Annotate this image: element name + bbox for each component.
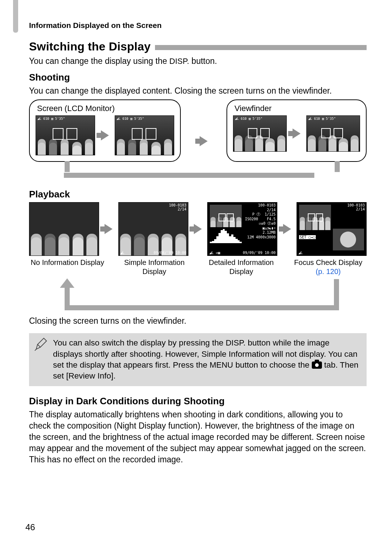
page-ref-link[interactable]: (p. 120) — [316, 267, 341, 275]
section-title-row: Switching the Display — [29, 40, 367, 53]
note-part: You can also switch the display by press… — [53, 338, 226, 347]
pb-thumb-noinfo — [29, 202, 99, 256]
note-part: button to choose the — [233, 360, 311, 369]
disp-label: DISP. — [226, 338, 246, 347]
page-tab — [13, 0, 18, 33]
playback-row: 100-0103 2/14 ◢L 09/08/'09 10:00 100-010… — [29, 202, 367, 256]
shooting-text: You can change the displayed content. Cl… — [29, 85, 367, 97]
connector-stub — [335, 161, 340, 172]
vf-thumb-info: ◢L 610 ▥ 5'35" — [233, 115, 287, 152]
info-text: ◢L — [298, 251, 303, 255]
menu-label: MENU — [209, 360, 233, 369]
disp-label: DISP. — [170, 57, 189, 66]
shooting-row: Screen (LCD Monitor) ◢L 610 ▥ 5'35" ◢L 6… — [29, 99, 367, 162]
caption: No Information Display — [29, 258, 106, 276]
set-badge: SET ▢↔▢ — [299, 235, 316, 239]
arrow-icon — [279, 224, 295, 234]
intro-text: You can change the display using the DIS… — [29, 56, 367, 67]
page-header: Information Displayed on the Screen — [29, 21, 367, 30]
caption: Focus Check Display (p. 120) — [290, 258, 367, 276]
playback-heading: Playback — [29, 189, 367, 200]
caption-text: Focus Check Display — [294, 258, 362, 266]
intro-after: button. — [189, 56, 217, 66]
lcd-thumbs: ◢L 610 ▥ 5'35" ◢L 610 ▥ 5'35" — [36, 115, 174, 155]
info-text: 09/08/'09 10:00 — [154, 251, 186, 255]
viewfinder-label: Viewfinder — [234, 104, 360, 113]
vf-thumb-plain: ◢L 610 ▥ 5'35" — [306, 115, 360, 152]
pb-thumb-detailed: 100-0103 2/14 P ⓕ 1/125 ISO200 F4.5 ☑±0 … — [207, 202, 277, 256]
info-text: 100-0103 2/14 P ⓕ 1/125 ISO200 F4.5 ☑±0 … — [245, 203, 275, 240]
info-text: ◢L ☑▣ — [209, 251, 220, 255]
dark-heading: Display in Dark Conditions during Shooti… — [29, 396, 367, 407]
info-text: 100-0103 2/14 — [347, 203, 365, 211]
note-icon — [34, 338, 48, 382]
pb-thumb-simple: 100-0103 2/14 ◢L 09/08/'09 10:00 — [118, 202, 188, 256]
lcd-box: Screen (LCD Monitor) ◢L 610 ▥ 5'35" ◢L 6… — [29, 99, 181, 162]
note-text: You can also switch the display by press… — [53, 338, 361, 382]
info-text: 09/09/'09 10:00 — [243, 251, 275, 255]
caption: Simple Information Display — [116, 258, 193, 276]
vf-thumbs: ◢L 610 ▥ 5'35" ◢L 610 ▥ 5'35" — [233, 115, 360, 152]
arrow-icon — [101, 224, 117, 234]
zoom-preview — [333, 229, 364, 250]
intro-before: You can change the display using the — [29, 56, 170, 66]
arrow-icon — [288, 128, 305, 139]
overlay-text: ◢L 610 ▥ 5'35" — [116, 116, 173, 121]
viewfinder-box: Viewfinder ◢L 610 ▥ 5'35" ◢L 610 ▥ 5'35" — [226, 99, 367, 162]
overlay-text: ◢L 610 ▥ 5'35" — [234, 116, 286, 121]
closing-text: Closing the screen turns on the viewfind… — [29, 315, 367, 327]
lcd-thumb-info: ◢L 610 ▥ 5'35" — [36, 115, 95, 155]
shooting-heading: Shooting — [29, 72, 367, 83]
section-title: Switching the Display — [29, 40, 151, 53]
loop-connector — [64, 173, 314, 178]
arrow-icon — [198, 136, 209, 146]
caption: Detailed Information Display — [203, 258, 280, 276]
dark-text: The display automatically brightens when… — [29, 409, 367, 465]
loop-connector — [29, 277, 367, 310]
section-rule — [155, 45, 367, 50]
camera-icon — [312, 361, 322, 369]
page-number: 46 — [25, 522, 35, 532]
overlay-text: ◢L 610 ▥ 5'35" — [307, 116, 359, 121]
arrow-icon — [190, 224, 206, 234]
caption-row: No Information Display Simple Informatio… — [29, 258, 367, 276]
info-text: 100-0103 2/14 — [169, 203, 186, 211]
lcd-thumb-plain: ◢L 610 ▥ 5'35" — [115, 115, 174, 155]
connector-stub — [65, 161, 70, 172]
lcd-label: Screen (LCD Monitor) — [37, 104, 174, 113]
note-box: You can also switch the display by press… — [29, 333, 367, 386]
pb-thumb-focus: 100-0103 2/14 SET ▢↔▢ ⊙ ◢L — [297, 202, 367, 256]
arrow-icon — [97, 130, 113, 140]
overlay-text: ◢L 610 ▥ 5'35" — [37, 116, 94, 121]
info-text: ◢L — [120, 251, 124, 255]
